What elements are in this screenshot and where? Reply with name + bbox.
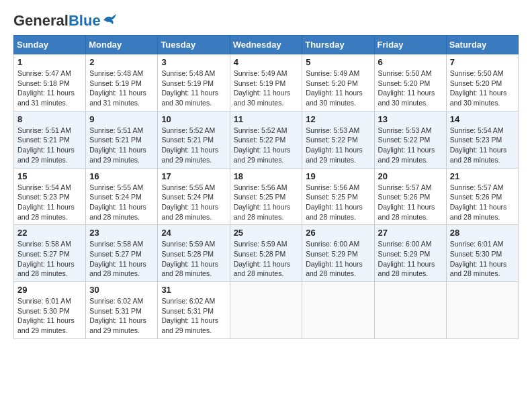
day-info: Sunrise: 5:58 AMSunset: 5:27 PMDaylight:… [89,239,154,279]
calendar-cell: 15Sunrise: 5:54 AMSunset: 5:23 PMDayligh… [14,168,86,225]
page-header: GeneralBlue [13,13,519,28]
calendar-cell: 8Sunrise: 5:51 AMSunset: 5:21 PMDaylight… [14,111,86,168]
day-number: 14 [450,114,515,124]
calendar-cell: 16Sunrise: 5:55 AMSunset: 5:24 PMDayligh… [86,168,158,225]
calendar-cell: 18Sunrise: 5:56 AMSunset: 5:25 PMDayligh… [230,168,302,225]
logo-bird-icon [102,13,117,26]
day-info: Sunrise: 5:59 AMSunset: 5:28 PMDaylight:… [161,239,226,279]
calendar-cell: 19Sunrise: 5:56 AMSunset: 5:25 PMDayligh… [302,168,374,225]
day-number: 7 [450,57,515,67]
day-number: 6 [378,57,443,67]
day-number: 26 [306,228,370,238]
day-info: Sunrise: 6:00 AMSunset: 5:29 PMDaylight:… [306,239,370,279]
day-info: Sunrise: 5:51 AMSunset: 5:21 PMDaylight:… [89,126,154,165]
calendar-cell: 30Sunrise: 6:02 AMSunset: 5:31 PMDayligh… [86,282,158,339]
calendar-cell [302,282,374,339]
calendar-cell: 17Sunrise: 5:55 AMSunset: 5:24 PMDayligh… [158,168,230,225]
header-day-wednesday: Wednesday [230,36,302,54]
day-info: Sunrise: 5:51 AMSunset: 5:21 PMDaylight:… [17,126,82,165]
day-number: 9 [89,114,154,124]
day-number: 27 [378,228,443,238]
day-info: Sunrise: 5:57 AMSunset: 5:26 PMDaylight:… [450,183,515,222]
calendar-cell: 31Sunrise: 6:02 AMSunset: 5:31 PMDayligh… [158,282,230,339]
calendar-cell: 26Sunrise: 6:00 AMSunset: 5:29 PMDayligh… [302,225,374,282]
day-number: 24 [161,228,226,238]
calendar-week-row: 8Sunrise: 5:51 AMSunset: 5:21 PMDaylight… [14,111,519,168]
calendar-cell [374,282,446,339]
day-info: Sunrise: 5:55 AMSunset: 5:24 PMDaylight:… [89,183,154,222]
day-number: 31 [161,285,226,295]
calendar-cell: 27Sunrise: 6:00 AMSunset: 5:29 PMDayligh… [374,225,446,282]
day-number: 29 [17,285,82,295]
day-info: Sunrise: 6:01 AMSunset: 5:30 PMDaylight:… [17,296,82,336]
calendar-cell [446,282,518,339]
calendar-week-row: 15Sunrise: 5:54 AMSunset: 5:23 PMDayligh… [14,168,519,225]
calendar-cell: 5Sunrise: 5:49 AMSunset: 5:20 PMDaylight… [302,54,374,111]
calendar-header-row: SundayMondayTuesdayWednesdayThursdayFrid… [14,36,519,54]
header-day-thursday: Thursday [302,36,374,54]
calendar-cell: 2Sunrise: 5:48 AMSunset: 5:19 PMDaylight… [86,54,158,111]
day-number: 4 [234,57,299,67]
header-day-friday: Friday [374,36,446,54]
day-number: 5 [306,57,370,67]
calendar-cell: 22Sunrise: 5:58 AMSunset: 5:27 PMDayligh… [14,225,86,282]
day-number: 20 [378,171,443,181]
calendar-cell: 20Sunrise: 5:57 AMSunset: 5:26 PMDayligh… [374,168,446,225]
calendar-week-row: 29Sunrise: 6:01 AMSunset: 5:30 PMDayligh… [14,282,519,339]
day-info: Sunrise: 6:00 AMSunset: 5:29 PMDaylight:… [378,239,443,279]
calendar-cell: 21Sunrise: 5:57 AMSunset: 5:26 PMDayligh… [446,168,518,225]
day-info: Sunrise: 6:01 AMSunset: 5:30 PMDaylight:… [450,239,515,279]
day-info: Sunrise: 5:56 AMSunset: 5:25 PMDaylight:… [234,183,299,222]
calendar-cell: 12Sunrise: 5:53 AMSunset: 5:22 PMDayligh… [302,111,374,168]
day-info: Sunrise: 5:52 AMSunset: 5:22 PMDaylight:… [234,126,299,165]
header-day-tuesday: Tuesday [158,36,230,54]
day-info: Sunrise: 6:02 AMSunset: 5:31 PMDaylight:… [89,296,154,336]
header-day-sunday: Sunday [14,36,86,54]
calendar-cell [230,282,302,339]
calendar-cell: 1Sunrise: 5:47 AMSunset: 5:18 PMDaylight… [14,54,86,111]
day-info: Sunrise: 5:50 AMSunset: 5:20 PMDaylight:… [378,68,443,108]
logo-text: GeneralBlue [13,13,101,28]
day-info: Sunrise: 5:50 AMSunset: 5:20 PMDaylight:… [450,68,515,108]
day-number: 1 [17,57,82,67]
calendar-cell: 25Sunrise: 5:59 AMSunset: 5:28 PMDayligh… [230,225,302,282]
calendar-cell: 13Sunrise: 5:53 AMSunset: 5:22 PMDayligh… [374,111,446,168]
calendar-body: 1Sunrise: 5:47 AMSunset: 5:18 PMDaylight… [14,54,519,339]
day-info: Sunrise: 5:48 AMSunset: 5:19 PMDaylight:… [89,68,154,108]
day-number: 10 [161,114,226,124]
calendar-cell: 3Sunrise: 5:48 AMSunset: 5:19 PMDaylight… [158,54,230,111]
day-number: 28 [450,228,515,238]
day-number: 18 [234,171,299,181]
day-info: Sunrise: 5:56 AMSunset: 5:25 PMDaylight:… [306,183,370,222]
day-info: Sunrise: 5:53 AMSunset: 5:22 PMDaylight:… [306,126,370,165]
calendar-cell: 11Sunrise: 5:52 AMSunset: 5:22 PMDayligh… [230,111,302,168]
header-day-monday: Monday [86,36,158,54]
day-number: 2 [89,57,154,67]
day-info: Sunrise: 5:57 AMSunset: 5:26 PMDaylight:… [378,183,443,222]
day-info: Sunrise: 5:55 AMSunset: 5:24 PMDaylight:… [161,183,226,222]
calendar-cell: 14Sunrise: 5:54 AMSunset: 5:23 PMDayligh… [446,111,518,168]
day-number: 8 [17,114,82,124]
calendar-cell: 4Sunrise: 5:49 AMSunset: 5:19 PMDaylight… [230,54,302,111]
day-number: 12 [306,114,370,124]
day-number: 22 [17,228,82,238]
day-number: 21 [450,171,515,181]
day-info: Sunrise: 5:53 AMSunset: 5:22 PMDaylight:… [378,126,443,165]
day-number: 13 [378,114,443,124]
calendar-cell: 6Sunrise: 5:50 AMSunset: 5:20 PMDaylight… [374,54,446,111]
calendar-cell: 9Sunrise: 5:51 AMSunset: 5:21 PMDaylight… [86,111,158,168]
day-number: 15 [17,171,82,181]
day-number: 30 [89,285,154,295]
calendar-week-row: 1Sunrise: 5:47 AMSunset: 5:18 PMDaylight… [14,54,519,111]
calendar-table: SundayMondayTuesdayWednesdayThursdayFrid… [13,35,519,339]
calendar-cell: 28Sunrise: 6:01 AMSunset: 5:30 PMDayligh… [446,225,518,282]
header-day-saturday: Saturday [446,36,518,54]
calendar-cell: 10Sunrise: 5:52 AMSunset: 5:21 PMDayligh… [158,111,230,168]
logo: GeneralBlue [13,13,117,28]
calendar-cell: 7Sunrise: 5:50 AMSunset: 5:20 PMDaylight… [446,54,518,111]
day-info: Sunrise: 6:02 AMSunset: 5:31 PMDaylight:… [161,296,226,336]
day-number: 3 [161,57,226,67]
day-info: Sunrise: 5:54 AMSunset: 5:23 PMDaylight:… [450,126,515,165]
day-info: Sunrise: 5:58 AMSunset: 5:27 PMDaylight:… [17,239,82,279]
day-number: 11 [234,114,299,124]
